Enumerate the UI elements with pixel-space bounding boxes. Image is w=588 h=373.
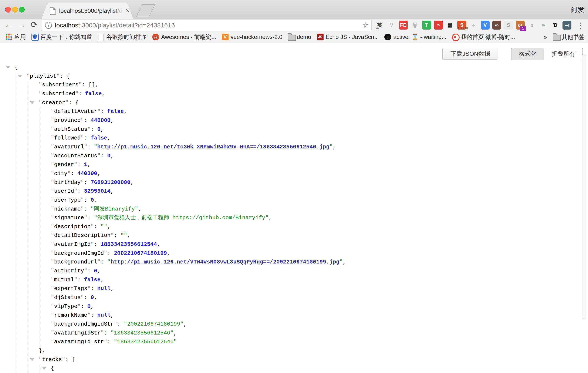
sitemap-extension-icon[interactable]: 品 [410, 21, 420, 30]
json-value: 1 [84, 161, 87, 168]
bookmark-label: 谷歌按时间排序 [106, 33, 147, 41]
url-text[interactable]: localhost:3000/playlist/detail?id=243816… [55, 22, 175, 29]
key-quote: " [65, 99, 69, 106]
key-quote: " [51, 285, 54, 292]
key-quote: " [51, 277, 54, 283]
format-button[interactable]: 格式化 [512, 48, 544, 60]
fehelper-icon[interactable]: FE [399, 21, 408, 30]
download-json-button[interactable]: 下载JSON数据 [442, 48, 498, 60]
incognito-mask-icon-glyph: ∞ [495, 22, 498, 28]
bookmark-item[interactable]: 谷歌按时间排序 [98, 33, 147, 41]
s-extension-icon-glyph: S [507, 22, 510, 28]
json-key: avatarUrl [54, 144, 84, 150]
collapse-arrow-icon[interactable] [18, 75, 22, 78]
qr-code-icon-glyph: ▦ [448, 22, 452, 28]
profile-name[interactable]: 阿发 [571, 5, 584, 14]
key-quote: " [51, 206, 54, 212]
security-shield-icon[interactable]: T [422, 21, 431, 30]
vimium-icon[interactable]: V [481, 21, 490, 30]
json-key: avatarImgId_str [54, 339, 104, 345]
string-quote: " [339, 259, 343, 265]
json-value: 440300 [77, 170, 97, 177]
key-quote: " [81, 179, 84, 186]
key-quote: " [81, 206, 84, 212]
string-quote: " [107, 259, 111, 265]
bookmark-star-icon[interactable]: ☆ [362, 21, 369, 30]
key-quote: " [74, 161, 77, 168]
key-quote: " [62, 356, 65, 363]
bookmark-item[interactable]: 百度一下，你就知道 [32, 33, 92, 41]
json-key: nickname [54, 206, 81, 212]
json-punct: }, [39, 348, 45, 354]
json-value: false [84, 277, 101, 283]
json-line: "signature": "深圳市爱猫人士，前端工程师 https://gith… [0, 213, 574, 223]
translate-extension-icon[interactable]: 英en [375, 21, 384, 30]
view-mode-segmented-control: 格式化 折叠所有 [511, 48, 583, 60]
scrollbar-thumb[interactable] [582, 54, 586, 319]
vue-devtools-icon[interactable]: V [387, 21, 396, 30]
bookmark-label: active: ⌛ - waiting... [393, 34, 446, 40]
key-quote: " [77, 303, 81, 310]
collapse-arrow-icon[interactable] [30, 358, 34, 361]
json-line: "mutual": false, [0, 276, 574, 285]
html5-player-icon[interactable]: 5PLAYER [457, 21, 466, 30]
collapse-all-button[interactable]: 折叠所有 [544, 48, 582, 60]
bookmark-item[interactable]: 应用 [6, 33, 26, 41]
key-quote: " [78, 82, 82, 88]
sitemap-extension-icon-glyph: 品 [412, 22, 418, 29]
paw-extension-icon[interactable]: ♣ [469, 21, 478, 30]
key-quote: " [84, 144, 87, 150]
collapse-arrow-icon[interactable] [42, 367, 47, 370]
json-link[interactable]: http://p1.music.126.net/VTW4vsN08vwL3uSQ… [111, 259, 339, 265]
back-icon[interactable]: ← [3, 19, 14, 31]
json-line: "djStatus": 0, [0, 293, 574, 302]
json-line: "remarkName": null, [0, 311, 574, 320]
new-tab-button[interactable] [136, 4, 155, 17]
reload-icon[interactable]: ⟳ [29, 19, 40, 31]
url-host: localhost [55, 22, 80, 29]
comma: , [157, 241, 160, 247]
video-download-icon[interactable]: » [434, 21, 443, 30]
tampermonkey-icon[interactable]: ω1 [516, 21, 525, 30]
zoom-window-button[interactable] [19, 7, 25, 12]
bookmark-item[interactable]: demo [288, 34, 311, 40]
hummingbird-icon[interactable]: ❧ [539, 21, 548, 30]
bookmarks-overflow-icon[interactable]: » [544, 33, 547, 41]
d-extension-icon-glyph: Ɗ [553, 22, 557, 28]
json-line: "followed": false, [0, 134, 574, 143]
more-tools-icon[interactable]: •••| [563, 21, 571, 30]
bookmark-item[interactable]: 我的首页 微博-随时... [452, 33, 515, 41]
json-value: 768931200000 [91, 179, 130, 186]
address-bar[interactable]: i localhost:3000/playlist/detail?id=2438… [42, 20, 372, 31]
d-extension-icon[interactable]: Ɗ [551, 21, 560, 30]
collapse-arrow-icon[interactable] [30, 101, 34, 104]
qr-code-icon[interactable]: ▦ [446, 21, 454, 30]
json-key: backgroundImgId [54, 250, 104, 256]
bookmark-item[interactable]: ↓active: ⌛ - waiting... [384, 34, 446, 40]
close-window-button[interactable] [5, 7, 11, 12]
key-quote: " [51, 232, 54, 239]
key-quote: " [51, 153, 54, 159]
bookmark-item[interactable]: AAwesomes - 前端资... [152, 33, 216, 41]
browser-menu-icon[interactable]: ⋮ [577, 21, 585, 31]
minimize-window-button[interactable] [12, 7, 18, 12]
comma: , [101, 126, 104, 132]
weibo-bird-icon[interactable]: ɞ [527, 21, 536, 30]
other-bookmarks-folder[interactable]: 其他书签 [553, 33, 585, 41]
json-line: "avatarImgIdStr": "18633423556612546", [0, 329, 574, 338]
site-info-icon[interactable]: i [45, 22, 52, 29]
json-line: "backgroundUrl": "http://p1.music.126.ne… [0, 258, 574, 267]
incognito-mask-icon[interactable]: ∞ [492, 21, 501, 30]
key-quote: " [51, 108, 54, 115]
browser-tab[interactable]: localhost:3000/playlist/detail?id=243816… [42, 3, 133, 19]
tab-close-icon[interactable]: × [124, 7, 131, 14]
colon: : [77, 161, 84, 168]
bookmark-item[interactable]: Vvue-hackernews-2.0 [222, 34, 282, 40]
collapse-arrow-icon[interactable] [6, 66, 10, 69]
json-link[interactable]: http://p1.music.126.net/tc3Wk_XNPmwiR4hx… [97, 144, 329, 150]
key-quote: " [84, 214, 87, 221]
bookmark-item[interactable]: JSEcho JS - JavaScri... [317, 34, 379, 40]
colon: : [94, 241, 101, 247]
comma: , [343, 259, 346, 265]
s-extension-icon[interactable]: S [504, 21, 513, 30]
